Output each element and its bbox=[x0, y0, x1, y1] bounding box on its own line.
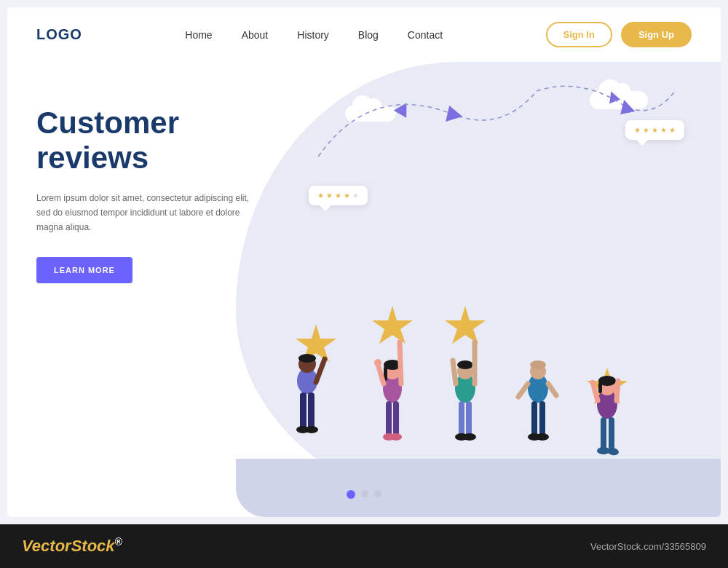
svg-rect-46 bbox=[598, 382, 602, 393]
star-icon: ★ bbox=[634, 126, 641, 134]
svg-line-10 bbox=[316, 359, 325, 382]
nav-contact[interactable]: Contact bbox=[408, 29, 443, 41]
svg-point-9 bbox=[305, 426, 318, 433]
nav-blog[interactable]: Blog bbox=[358, 29, 379, 41]
svg-rect-7 bbox=[308, 393, 314, 429]
svg-marker-23 bbox=[445, 306, 486, 344]
star-icon: ★ bbox=[335, 192, 341, 200]
svg-rect-47 bbox=[601, 417, 606, 450]
hero-description: Lorem ipsum dolor sit amet, consectetur … bbox=[36, 191, 255, 235]
nav-buttons: Sign In Sign Up bbox=[546, 22, 692, 47]
pagination-dots bbox=[347, 490, 381, 499]
logo: LOGO bbox=[36, 26, 82, 43]
svg-point-22 bbox=[374, 359, 381, 366]
hero-section: Customer reviews Lorem ipsum dolor sit a… bbox=[7, 62, 721, 517]
star-icon: ★ bbox=[660, 126, 667, 134]
svg-marker-11 bbox=[372, 306, 413, 344]
svg-rect-37 bbox=[539, 401, 545, 436]
svg-line-52 bbox=[617, 381, 618, 401]
star-icon: ★ bbox=[643, 126, 649, 134]
svg-rect-16 bbox=[386, 401, 392, 436]
chat-bubble-1: ★ ★ ★ ★ ★ bbox=[309, 186, 368, 205]
nav-links: Home About History Blog Contact bbox=[185, 29, 443, 41]
svg-rect-6 bbox=[300, 393, 306, 429]
star-empty-icon: ★ bbox=[352, 192, 359, 200]
nav-history[interactable]: History bbox=[297, 29, 329, 41]
svg-point-39 bbox=[536, 433, 549, 441]
svg-point-35 bbox=[530, 360, 546, 369]
hero-content: Customer reviews Lorem ipsum dolor sit a… bbox=[36, 106, 255, 283]
svg-rect-48 bbox=[609, 417, 614, 450]
svg-point-19 bbox=[390, 433, 402, 441]
svg-marker-1 bbox=[620, 100, 635, 114]
svg-rect-17 bbox=[393, 401, 399, 436]
navbar: LOGO Home About History Blog Contact Sig… bbox=[7, 7, 721, 62]
star-icon: ★ bbox=[669, 126, 676, 134]
illustration-area: ★ ★ ★ ★ ★ ★ ★ ★ ★ ★ bbox=[236, 62, 721, 517]
star-icon: ★ bbox=[344, 192, 350, 200]
hero-title: Customer reviews bbox=[36, 106, 255, 176]
pagination-dot-2[interactable] bbox=[361, 490, 368, 497]
pagination-dot-1[interactable] bbox=[347, 490, 355, 499]
pagination-dot-3[interactable] bbox=[374, 490, 381, 497]
svg-point-26 bbox=[457, 360, 473, 369]
svg-point-50 bbox=[606, 447, 619, 457]
svg-line-31 bbox=[453, 360, 456, 384]
svg-marker-0 bbox=[446, 106, 462, 122]
svg-line-40 bbox=[518, 384, 528, 397]
star-icon: ★ bbox=[652, 126, 658, 134]
nav-home[interactable]: Home bbox=[185, 29, 212, 41]
signin-button[interactable]: Sign In bbox=[546, 22, 612, 47]
people-illustration bbox=[250, 302, 665, 470]
chat-bubble-2: ★ ★ ★ ★ ★ bbox=[625, 120, 684, 140]
svg-point-30 bbox=[463, 433, 476, 441]
learn-more-button[interactable]: LEARN MORE bbox=[36, 257, 132, 283]
star-icon: ★ bbox=[317, 192, 324, 200]
nav-about[interactable]: About bbox=[242, 29, 269, 41]
signup-button[interactable]: Sign Up bbox=[621, 22, 692, 47]
star-icon: ★ bbox=[326, 192, 333, 200]
svg-line-41 bbox=[548, 384, 556, 395]
svg-line-21 bbox=[400, 342, 401, 384]
watermark-url: VectorStock.com/33565809 bbox=[590, 541, 706, 552]
watermark-brand: VectorStock® bbox=[22, 536, 122, 556]
svg-point-5 bbox=[298, 354, 316, 363]
svg-rect-27 bbox=[459, 401, 464, 436]
watermark-bar: VectorStock® VectorStock.com/33565809 bbox=[0, 524, 728, 568]
svg-rect-36 bbox=[531, 401, 537, 436]
svg-line-20 bbox=[378, 364, 384, 384]
svg-rect-28 bbox=[466, 401, 472, 436]
